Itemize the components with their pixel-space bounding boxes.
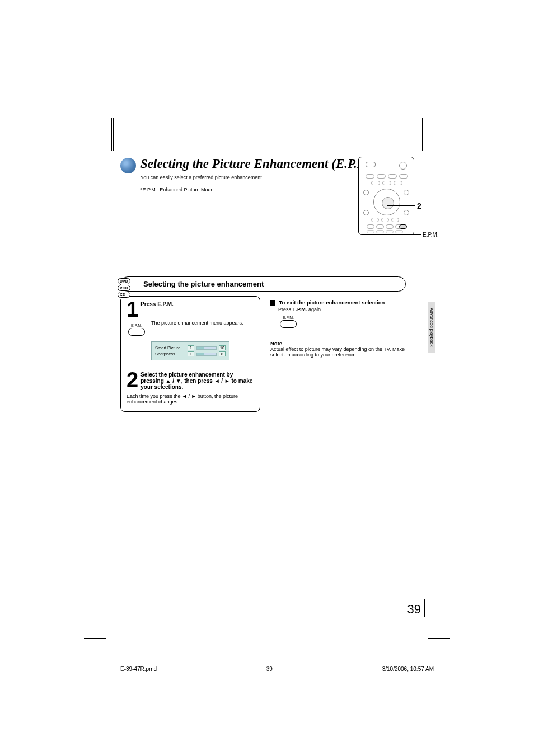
step-number: 2	[127, 372, 138, 388]
callout-line	[407, 234, 421, 235]
button-shape-icon	[128, 328, 145, 336]
side-tab: Advanced playback	[428, 302, 435, 353]
remote-button-icon	[404, 190, 409, 195]
exit-heading: To exit the picture enhancement selectio…	[279, 299, 385, 306]
remote-row	[371, 218, 399, 222]
columns: 1 Press E.P.M. E.P.M. The picture enhanc…	[120, 296, 406, 412]
footer: E-39-47R.pmd 39 3/10/2006, 10:57 AM	[120, 666, 434, 672]
step-1: 1 Press E.P.M. E.P.M. The picture enhanc…	[127, 301, 254, 360]
epm-button-graphic: E.P.M.	[127, 323, 147, 336]
crop-mark	[416, 622, 450, 655]
step-heading: Select the picture enhancement by pressi…	[127, 372, 254, 390]
menu-min: 1	[188, 351, 194, 356]
remote-epm-button-icon	[399, 224, 407, 229]
disc-icon: VCD	[118, 285, 130, 291]
remote-button-icon	[363, 190, 369, 195]
button-label: E.P.M.	[127, 323, 147, 327]
menu-max: 8	[219, 351, 226, 356]
remote-row	[371, 181, 402, 185]
menu-label: Smart Picture	[155, 345, 185, 350]
page-title: Selecting the Picture Enhancement (E.P.M…	[140, 157, 382, 171]
remote-button-icon	[366, 162, 376, 167]
disc-icon: DVD	[118, 278, 130, 284]
dpad-icon	[373, 189, 400, 215]
step-body: The picture enhancement menu appears.	[151, 318, 254, 326]
menu-bar	[196, 346, 217, 350]
step-heading: Press E.P.M.	[127, 301, 254, 307]
section-heading-bar: DVD VCD CD Selecting the picture enhance…	[120, 276, 406, 292]
button-label: E.P.M.	[278, 316, 298, 320]
footer-page: 39	[266, 666, 273, 672]
footer-file: E-39-47R.pmd	[120, 666, 157, 672]
side-tab-label: Advanced playback	[429, 308, 434, 346]
section-heading: Selecting the picture enhancement	[143, 280, 264, 288]
square-bullet-icon	[270, 300, 275, 306]
step-2: 2 Select the picture enhancement by pres…	[127, 372, 254, 405]
page-number: 39	[407, 599, 425, 617]
note-body: Actual effect to picture may vary depend…	[270, 346, 406, 358]
callout-number: 2	[417, 201, 421, 210]
crop-mark	[109, 118, 114, 151]
menu-label: Sharpness	[155, 351, 185, 356]
menu-bar	[196, 353, 217, 356]
step-body: Each time you press the ◄ / ► button, th…	[127, 393, 254, 405]
crop-mark	[422, 118, 433, 151]
menu-row: Smart Picture 1 10	[155, 345, 226, 350]
exit-body: Press E.P.M. again.	[278, 307, 406, 312]
disc-icon: CD	[118, 292, 130, 298]
osd-menu: Smart Picture 1 10 Sharpness 1 8	[151, 341, 229, 360]
menu-max: 10	[219, 345, 226, 350]
remote-row	[367, 224, 403, 229]
callout-label: E.P.M.	[423, 232, 439, 238]
menu-row: Sharpness 1 8	[155, 351, 226, 356]
remote-row	[367, 230, 403, 233]
crop-mark	[84, 622, 118, 655]
remote-illustration	[358, 157, 414, 235]
exit-section: To exit the picture enhancement selectio…	[270, 299, 406, 328]
remote-button-icon	[399, 162, 407, 170]
callout-line	[387, 205, 415, 206]
footer-timestamp: 3/10/2006, 10:57 AM	[382, 666, 434, 672]
remote-button-icon	[363, 210, 369, 215]
menu-min: 1	[188, 345, 194, 350]
remote-button-icon	[404, 210, 409, 215]
step-number: 1	[127, 301, 138, 318]
epm-button-graphic: E.P.M.	[278, 316, 298, 328]
remote-row	[366, 174, 408, 179]
note-heading: Note	[270, 340, 406, 346]
steps-panel: 1 Press E.P.M. E.P.M. The picture enhanc…	[120, 296, 260, 412]
notes-column: To exit the picture enhancement selectio…	[260, 296, 406, 412]
disc-icons: DVD VCD CD	[118, 278, 130, 298]
bullet-icon	[120, 158, 136, 173]
button-shape-icon	[280, 320, 297, 328]
